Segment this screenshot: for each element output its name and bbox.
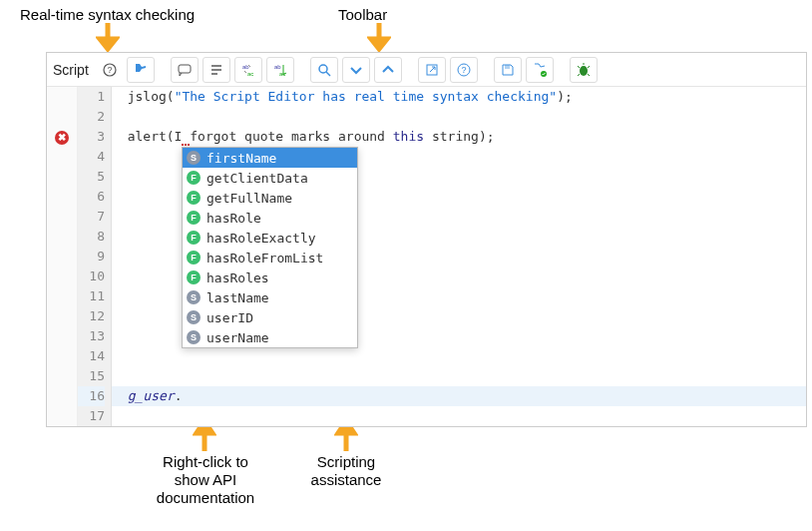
autocomplete-item[interactable]: SuserName xyxy=(183,327,357,347)
code-area[interactable]: jslog("The Script Editor has real time s… xyxy=(112,87,806,426)
debug-button[interactable] xyxy=(570,57,598,83)
svg-text:?: ? xyxy=(107,65,112,75)
search-next-button[interactable] xyxy=(342,57,370,83)
function-icon: F xyxy=(187,251,201,265)
function-icon: F xyxy=(187,270,201,284)
function-icon: F xyxy=(187,231,201,245)
autocomplete-label: hasRoleExactly xyxy=(206,231,316,246)
callout-toolbar: Toolbar xyxy=(338,6,387,24)
function-icon: F xyxy=(187,211,201,225)
autocomplete-item[interactable]: FhasRoleExactly xyxy=(183,228,357,248)
toolbar-label: Script xyxy=(53,62,89,78)
editor-body: ✖ 1 2 3 4 5 6 7 8 9 10 11 12 13 14 15 16… xyxy=(47,87,806,426)
svg-rect-11 xyxy=(505,65,510,69)
autocomplete-label: userName xyxy=(206,330,269,345)
autocomplete-label: firstName xyxy=(206,151,276,166)
autocomplete-label: hasRoles xyxy=(206,270,269,285)
autocomplete-label: hasRole xyxy=(206,211,261,226)
svg-text:ac: ac xyxy=(247,71,253,77)
autocomplete-label: hasRoleFromList xyxy=(206,251,323,266)
autocomplete-item[interactable]: SuserID xyxy=(183,307,357,327)
line-number-gutter: 1 2 3 4 5 6 7 8 9 10 11 12 13 14 15 16 1… xyxy=(78,87,112,426)
popout-button[interactable] xyxy=(418,57,446,83)
callout-syntax-check: Real-time syntax checking xyxy=(20,6,195,24)
info-icon[interactable]: ? xyxy=(97,58,123,82)
autocomplete-item[interactable]: FhasRoles xyxy=(183,267,357,287)
autocomplete-label: getClientData xyxy=(206,171,308,186)
search-button[interactable] xyxy=(310,57,338,83)
replace-all-button[interactable]: abac xyxy=(266,57,294,83)
script-tree-button[interactable] xyxy=(127,57,155,83)
string-icon: S xyxy=(187,330,201,344)
string-icon: S xyxy=(187,310,201,324)
svg-rect-2 xyxy=(179,65,191,73)
string-icon: S xyxy=(187,151,201,165)
string-icon: S xyxy=(187,290,201,304)
autocomplete-item[interactable]: FhasRoleFromList xyxy=(183,248,357,267)
script-editor: Script ? abac abac ? ✖ 1 2 3 4 5 xyxy=(46,52,807,427)
svg-text:?: ? xyxy=(461,65,466,75)
replace-button[interactable]: abac xyxy=(234,57,262,83)
autocomplete-item[interactable]: SfirstName xyxy=(183,148,357,168)
svg-text:ab: ab xyxy=(274,64,281,70)
error-marker[interactable]: ✖ xyxy=(47,127,77,147)
svg-point-13 xyxy=(580,66,588,76)
autocomplete-popup: SfirstNameFgetClientDataFgetFullNameFhas… xyxy=(182,147,358,348)
format-button[interactable] xyxy=(203,57,230,83)
help-button[interactable]: ? xyxy=(450,57,478,83)
autocomplete-label: userID xyxy=(206,310,253,325)
function-icon: F xyxy=(187,191,201,205)
callout-api-docs: Right-click to show API documentation xyxy=(146,453,265,507)
editor-toolbar: Script ? abac abac ? xyxy=(47,53,806,87)
autocomplete-label: getFullName xyxy=(206,191,292,206)
comment-button[interactable] xyxy=(171,57,199,83)
error-column: ✖ xyxy=(47,87,78,426)
autocomplete-item[interactable]: FhasRole xyxy=(183,208,357,228)
autocomplete-item[interactable]: FgetClientData xyxy=(183,168,357,188)
search-prev-button[interactable] xyxy=(374,57,402,83)
toggle-syntax-button[interactable] xyxy=(526,57,554,83)
callout-scripting-assistance: Scripting assistance xyxy=(301,453,391,489)
autocomplete-label: lastName xyxy=(206,290,269,305)
save-button[interactable] xyxy=(494,57,522,83)
autocomplete-item[interactable]: SlastName xyxy=(183,287,357,307)
svg-point-7 xyxy=(319,65,327,73)
function-icon: F xyxy=(187,171,201,185)
autocomplete-item[interactable]: FgetFullName xyxy=(183,188,357,208)
